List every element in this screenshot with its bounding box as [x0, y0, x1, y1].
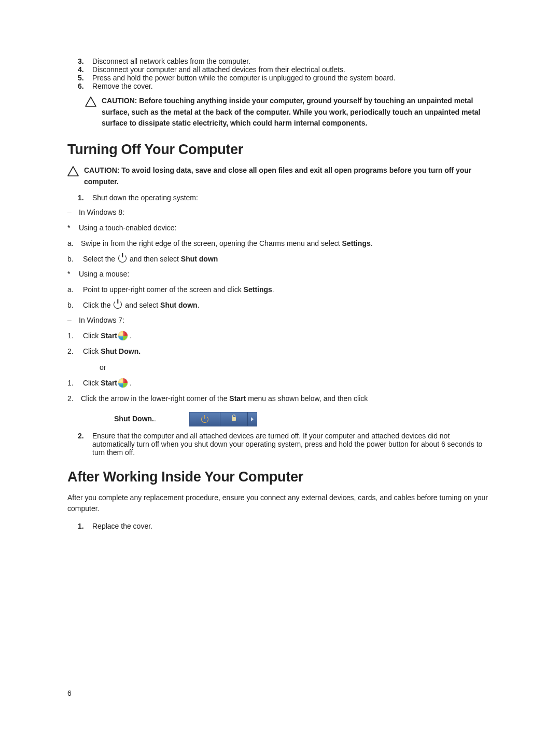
number-marker: 1. [67, 378, 81, 389]
after-step-1: 1.Replace the cover. [67, 522, 493, 530]
step-number: 3. [78, 57, 92, 65]
bold-shutdown: Shut Down. [114, 414, 154, 422]
text: Select the [83, 255, 117, 263]
text: Click [83, 379, 101, 387]
windows7-section: –In Windows 7: [67, 315, 493, 326]
step-text: Replace the cover. [92, 522, 489, 530]
bold-shutdown: Shut down [181, 255, 218, 263]
bold-settings: Settings [244, 285, 272, 294]
shutdown-step-2: 2.Ensure that the computer and all attac… [67, 432, 493, 457]
text: Click the arrow in the lower-right corne… [81, 394, 229, 403]
text: Click [83, 332, 101, 340]
caution-body: To avoid losing data, save and close all… [84, 166, 471, 186]
caution-block-ground-yourself: CAUTION: Before touching anything inside… [85, 95, 493, 129]
shutdown-step-1: 1.Shut down the operating system: [67, 194, 493, 202]
step-number: 4. [78, 65, 92, 74]
text: . [128, 332, 132, 340]
power-icon [118, 254, 127, 263]
w8-touch-step-a: a. Swipe in from the right edge of the s… [67, 238, 493, 250]
label: In Windows 8: [79, 208, 124, 216]
caution-label: CAUTION: [102, 97, 139, 105]
text: . [154, 414, 156, 422]
step-6: 6.Remove the cover. [78, 82, 493, 90]
letter-marker: a. [67, 284, 81, 296]
caution-block-save-data: CAUTION: To avoid losing data, save and … [67, 165, 493, 187]
caution-text: CAUTION: Before touching anything inside… [102, 95, 493, 129]
page-number: 6 [67, 689, 72, 697]
pre-steps-list: 3.Disconnect all network cables from the… [67, 57, 493, 90]
document-page: 3.Disconnect all network cables from the… [0, 0, 560, 744]
step-3: 3.Disconnect all network cables from the… [78, 57, 493, 65]
bold-shutdown: Shut down [160, 301, 198, 309]
caution-label: CAUTION: [84, 166, 121, 174]
step-text: Press and hold the power button while th… [92, 74, 489, 82]
w7-shutdown-line: Shut Down.. [114, 412, 493, 426]
bold-start: Start [229, 394, 246, 403]
step-4: 4.Disconnect your computer and all attac… [78, 65, 493, 74]
or-separator: or [100, 363, 493, 371]
power-segment [190, 412, 220, 426]
letter-marker: b. [67, 254, 81, 265]
number-marker: 1. [67, 330, 81, 342]
step-text: Remove the cover. [92, 82, 489, 90]
text: . [128, 379, 132, 387]
w7-alt-step-2: 2. Click the arrow in the lower-right co… [67, 393, 493, 405]
text: . [272, 285, 274, 294]
windows8-section: –In Windows 8: [67, 207, 493, 218]
w7-alt-step-1: 1. Click Start . [67, 378, 493, 389]
step-5: 5.Press and hold the power button while … [78, 74, 493, 82]
w8-mouse-step-a: a. Point to upper-right corner of the sc… [67, 284, 493, 296]
text: Swipe in from the right edge of the scre… [81, 239, 342, 247]
dash-marker: – [67, 315, 79, 326]
step-text: Disconnect your computer and all attache… [92, 65, 489, 74]
power-icon [114, 300, 122, 309]
step-text: Shut down the operating system: [92, 194, 489, 202]
text: and then select [130, 255, 181, 263]
w7-step-1: 1. Click Start . [67, 330, 493, 342]
caution-triangle-icon [67, 165, 80, 187]
lock-icon [232, 417, 236, 421]
step-number: 1. [78, 194, 92, 202]
text: Click [83, 347, 101, 355]
step-text: Ensure that the computer and all attache… [92, 432, 489, 457]
shutdown-button-image [189, 412, 257, 426]
power-icon [201, 416, 208, 423]
step-text: Disconnect all network cables from the c… [92, 57, 489, 65]
bold-start: Start [101, 379, 117, 387]
caution-triangle-icon [85, 95, 97, 129]
label: In Windows 7: [79, 316, 124, 324]
step-number: 6. [78, 82, 92, 90]
start-orb-icon [118, 331, 128, 340]
step-number: 5. [78, 74, 92, 82]
mouse-section: *Using a mouse: [67, 269, 493, 280]
star-marker: * [67, 269, 79, 280]
caution-text: CAUTION: To avoid losing data, save and … [84, 165, 493, 187]
text: and select [125, 301, 160, 309]
dash-marker: – [67, 207, 79, 218]
heading-after-working: After Working Inside Your Computer [67, 469, 493, 485]
touch-device-section: *Using a touch-enabled device: [67, 223, 493, 234]
star-marker: * [67, 223, 79, 234]
number-marker: 2. [67, 346, 81, 357]
text: Click the [83, 301, 113, 309]
start-orb-icon [118, 378, 128, 388]
caution-body: Before touching anything inside your com… [102, 97, 481, 127]
w8-touch-step-b: b. Select the and then select Shut down [67, 254, 493, 265]
text: menu as shown below, and then click [246, 394, 368, 403]
bold-start: Start [101, 332, 117, 340]
text: Point to upper-right corner of the scree… [83, 285, 244, 294]
w8-mouse-step-b: b. Click the and select Shut down. [67, 300, 493, 311]
chevron-right-icon [251, 417, 254, 421]
bold-shutdown: Shut Down. [101, 347, 141, 355]
letter-marker: a. [67, 238, 81, 250]
label: Using a touch-enabled device: [79, 224, 176, 232]
bold-settings: Settings [342, 239, 371, 247]
text: . [198, 301, 200, 309]
w7-step-2: 2. Click Shut Down. [67, 346, 493, 357]
letter-marker: b. [67, 300, 81, 311]
arrow-segment [248, 412, 257, 426]
lock-segment [220, 412, 248, 426]
text: . [371, 239, 373, 247]
step-number: 2. [78, 432, 92, 440]
number-marker: 2. [67, 393, 81, 405]
